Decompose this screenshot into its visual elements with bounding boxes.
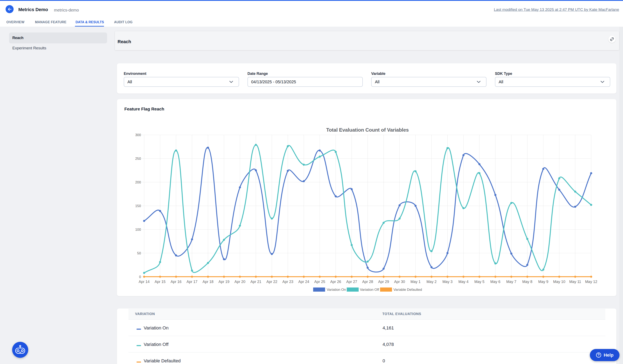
svg-text:Variation On: Variation On bbox=[327, 288, 346, 292]
svg-text:Apr 26: Apr 26 bbox=[330, 280, 341, 284]
svg-text:Variable Defaulted: Variable Defaulted bbox=[393, 288, 422, 292]
svg-text:Apr 28: Apr 28 bbox=[362, 280, 373, 284]
svg-text:50: 50 bbox=[137, 251, 141, 255]
svg-text:Apr 25: Apr 25 bbox=[314, 280, 325, 284]
svg-text:Apr 16: Apr 16 bbox=[171, 280, 182, 284]
svg-text:Apr 29: Apr 29 bbox=[378, 280, 389, 284]
svg-text:Apr 21: Apr 21 bbox=[250, 280, 261, 284]
svg-text:0: 0 bbox=[139, 275, 141, 279]
svg-text:May 5: May 5 bbox=[474, 280, 485, 284]
svg-text:250: 250 bbox=[135, 157, 141, 161]
svg-text:Apr 20: Apr 20 bbox=[235, 280, 245, 284]
svg-text:300: 300 bbox=[135, 133, 141, 137]
svg-text:Total Evaluation Count of Vari: Total Evaluation Count of Variables bbox=[326, 127, 409, 133]
svg-text:Apr 27: Apr 27 bbox=[346, 280, 357, 284]
svg-text:May 11: May 11 bbox=[569, 280, 581, 284]
svg-text:May 9: May 9 bbox=[538, 280, 548, 284]
svg-text:May 4: May 4 bbox=[458, 280, 468, 284]
svg-text:May 7: May 7 bbox=[506, 280, 516, 284]
svg-text:Apr 22: Apr 22 bbox=[267, 280, 277, 284]
svg-text:Apr 19: Apr 19 bbox=[219, 280, 229, 284]
svg-text:Variation Off: Variation Off bbox=[360, 288, 379, 292]
svg-text:Apr 17: Apr 17 bbox=[187, 280, 198, 284]
svg-text:150: 150 bbox=[135, 204, 141, 208]
svg-text:May 6: May 6 bbox=[490, 280, 500, 284]
svg-text:Apr 24: Apr 24 bbox=[298, 280, 309, 284]
svg-text:May 8: May 8 bbox=[522, 280, 533, 284]
svg-text:Apr 14: Apr 14 bbox=[138, 280, 150, 284]
svg-text:May 2: May 2 bbox=[426, 280, 436, 284]
svg-text:Apr 18: Apr 18 bbox=[202, 280, 214, 284]
svg-text:May 3: May 3 bbox=[443, 280, 452, 284]
svg-text:Apr 30: Apr 30 bbox=[394, 280, 405, 284]
svg-text:May 12: May 12 bbox=[585, 280, 597, 284]
svg-text:100: 100 bbox=[135, 228, 141, 232]
svg-text:May 1: May 1 bbox=[411, 280, 421, 284]
svg-text:Apr 15: Apr 15 bbox=[155, 280, 166, 284]
svg-text:200: 200 bbox=[135, 180, 141, 184]
svg-text:Apr 23: Apr 23 bbox=[282, 280, 293, 284]
svg-text:May 10: May 10 bbox=[553, 280, 565, 284]
